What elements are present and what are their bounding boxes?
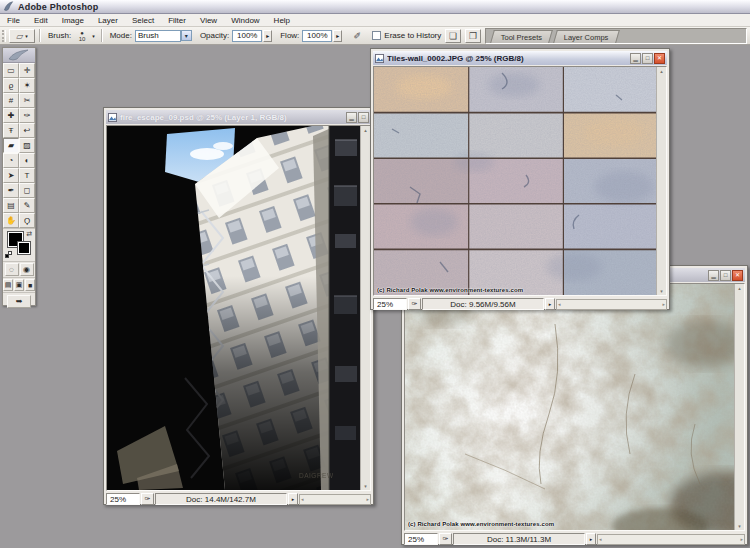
doc-size-field[interactable]: Doc: 11.3M/11.3M (453, 533, 585, 545)
standard-screen-button[interactable]: ▤ (3, 279, 13, 291)
type-tool[interactable]: T (19, 168, 35, 183)
menu-help[interactable]: Help (267, 16, 297, 25)
tiles-wall-image[interactable] (374, 67, 658, 295)
status-tool-button[interactable]: ✑ (141, 493, 154, 505)
eraser-tool[interactable]: ▰ (3, 138, 19, 153)
toolbox-header[interactable] (3, 48, 35, 63)
status-tool-button[interactable]: ✑ (408, 298, 421, 310)
zoom-field[interactable]: 25% (106, 493, 140, 505)
menu-view[interactable]: View (193, 16, 224, 25)
eyedropper-tool[interactable]: ✎ (19, 198, 35, 213)
status-popup-button[interactable]: ▸ (288, 493, 298, 505)
menu-window[interactable]: Window (224, 16, 266, 25)
edit-in-imageready-button[interactable]: ➥ (7, 295, 31, 308)
menu-edit[interactable]: Edit (27, 16, 55, 25)
dodge-tool[interactable]: ◐ (19, 153, 35, 168)
crop-tool[interactable]: # (3, 93, 19, 108)
grunge-horizontal-scrollbar[interactable]: ◂ ▸ (597, 534, 745, 545)
status-popup-button[interactable]: ▸ (545, 298, 555, 310)
minimize-button[interactable]: ▁ (630, 53, 641, 64)
grunge-vertical-scrollbar[interactable]: ▴ ▾ (734, 284, 744, 530)
tiles-title-bar[interactable]: Tiles-wall_0002.JPG @ 25% (RGB/8) ▁ □ ✕ (373, 51, 667, 65)
path-selection-tool[interactable]: ➤ (3, 168, 19, 183)
quick-mask-button[interactable]: ◉ (20, 263, 34, 276)
flow-field[interactable]: 100% (302, 30, 332, 42)
scroll-right-icon[interactable]: ▸ (366, 496, 369, 502)
menu-filter[interactable]: Filter (161, 16, 193, 25)
scroll-left-icon[interactable]: ◂ (599, 536, 602, 542)
app-title-bar[interactable]: Adobe Photoshop (0, 0, 750, 14)
scroll-down-icon[interactable]: ▾ (364, 482, 367, 490)
notes-tool[interactable]: ▤ (3, 198, 19, 213)
status-popup-button[interactable]: ▸ (586, 533, 596, 545)
erase-to-history-checkbox[interactable] (372, 31, 381, 40)
brush-preset-picker[interactable]: ● 10 (74, 30, 90, 42)
status-tool-button[interactable]: ✑ (439, 533, 452, 545)
brush-tool[interactable]: ✑ (19, 108, 35, 123)
background-color-swatch[interactable] (18, 242, 30, 254)
healing-brush-tool[interactable]: ✚ (3, 108, 19, 123)
fullscreen-button[interactable]: ■ (25, 279, 35, 291)
history-brush-tool[interactable]: ↩ (19, 123, 35, 138)
rectangular-marquee-tool[interactable]: ▭ (3, 63, 19, 78)
magic-wand-tool[interactable]: ✶ (19, 78, 35, 93)
scroll-up-icon[interactable]: ▴ (660, 67, 663, 75)
pen-tool[interactable]: ✒ (3, 183, 19, 198)
zoom-field[interactable]: 25% (373, 298, 407, 310)
menu-select[interactable]: Select (125, 16, 161, 25)
mode-dropdown-button[interactable]: ▾ (181, 30, 192, 41)
maximize-button[interactable]: □ (642, 53, 653, 64)
file-browser-button[interactable]: ❏ (445, 29, 461, 43)
zoom-tool[interactable]: Ϙ (19, 213, 35, 228)
zoom-field[interactable]: 25% (404, 533, 438, 545)
minimize-button[interactable]: ▁ (346, 112, 357, 123)
tiles-horizontal-scrollbar[interactable]: ◂ ▸ (556, 299, 667, 310)
default-colors-button[interactable] (5, 251, 13, 259)
tab-layer-comps[interactable]: Layer Comps (553, 30, 619, 43)
mode-select[interactable]: Brush (135, 30, 181, 42)
doc-size-field[interactable]: Doc: 9.56M/9.56M (422, 298, 544, 310)
doc-size-field[interactable]: Doc: 14.4M/142.7M (155, 493, 287, 505)
scroll-right-icon[interactable]: ▸ (662, 301, 665, 307)
scroll-left-icon[interactable]: ◂ (558, 301, 561, 307)
close-button[interactable]: ✕ (654, 53, 665, 64)
menu-image[interactable]: Image (55, 16, 91, 25)
move-tool[interactable]: ✛ (19, 63, 35, 78)
scroll-right-icon[interactable]: ▸ (740, 536, 743, 542)
scroll-down-icon[interactable]: ▾ (738, 522, 741, 530)
menu-layer[interactable]: Layer (91, 16, 125, 25)
gradient-tool[interactable]: ▨ (19, 138, 35, 153)
fire-escape-horizontal-scrollbar[interactable]: ◂ ▸ (299, 494, 371, 505)
blur-tool[interactable]: ◔ (3, 153, 19, 168)
chevron-down-icon[interactable]: ▾ (92, 33, 95, 39)
fire-escape-title-bar[interactable]: fire_escape_09.psd @ 25% (Layer 1, RGB/8… (106, 110, 371, 124)
hand-tool[interactable]: ✋ (3, 213, 19, 228)
fire-escape-vertical-scrollbar[interactable]: ▴ ▾ (360, 126, 370, 490)
opacity-slider-button[interactable]: ▸ (263, 30, 272, 42)
tab-tool-presets[interactable]: Tool Presets (490, 30, 553, 43)
scroll-left-icon[interactable]: ◂ (301, 496, 304, 502)
maximize-button[interactable]: □ (358, 112, 369, 123)
tiles-vertical-scrollbar[interactable]: ▴ ▾ (656, 67, 666, 295)
maximize-button[interactable]: □ (720, 270, 731, 281)
fire-escape-image[interactable]: DAIGREW (107, 126, 362, 490)
clone-stamp-tool[interactable]: Ŧ (3, 123, 19, 138)
lasso-tool[interactable]: ϱ (3, 78, 19, 93)
scroll-down-icon[interactable]: ▾ (660, 287, 663, 295)
fullscreen-menu-button[interactable]: ▣ (14, 279, 24, 291)
close-button[interactable]: ✕ (732, 270, 743, 281)
tool-preset-picker[interactable]: ▱ ▾ (9, 29, 35, 43)
toggle-well-button[interactable]: ❐ (465, 29, 481, 43)
standard-mode-button[interactable]: ◌ (5, 263, 19, 276)
scroll-up-icon[interactable]: ▴ (364, 126, 367, 134)
opacity-field[interactable]: 100% (232, 30, 262, 42)
slice-tool[interactable]: ✂ (19, 93, 35, 108)
shape-tool[interactable]: ◻ (19, 183, 35, 198)
menu-file[interactable]: File (0, 16, 27, 25)
options-grip[interactable] (2, 30, 6, 42)
airbrush-toggle[interactable]: ✐ (348, 29, 366, 43)
swap-colors-icon[interactable]: ⇄ (26, 230, 32, 238)
flow-slider-button[interactable]: ▸ (333, 30, 342, 42)
minimize-button[interactable]: ▁ (708, 270, 719, 281)
scroll-up-icon[interactable]: ▴ (738, 284, 741, 292)
